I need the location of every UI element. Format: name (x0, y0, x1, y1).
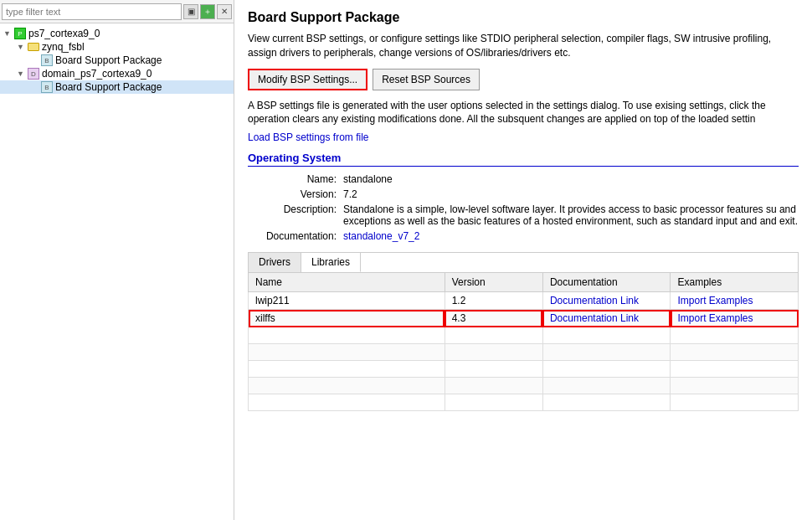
expand-all-icon[interactable]: ＋ (200, 4, 215, 19)
tree-label-ps7: ps7_cortexa9_0 (28, 28, 100, 39)
bsp2-icon: B (40, 81, 54, 93)
filter-input[interactable] (2, 3, 182, 20)
modify-bsp-button[interactable]: Modify BSP Settings... (248, 69, 367, 90)
xilffs-doc-link[interactable]: Documentation Link (550, 312, 639, 324)
lwip-version: 1.2 (445, 292, 542, 310)
col-header-name: Name (249, 273, 445, 292)
tree-item-domain[interactable]: ▼ D domain_ps7_cortexa9_0 (0, 67, 234, 80)
lwip-name: lwip211 (249, 292, 445, 310)
tab-libraries[interactable]: Libraries (301, 253, 361, 272)
table-row-empty2 (249, 344, 799, 361)
os-doc-label: Documentation: (248, 230, 340, 242)
os-desc-value: Standalone is a simple, low-level softwa… (343, 203, 799, 227)
os-desc-label: Description: (248, 203, 340, 227)
collapse-all-icon[interactable]: ▣ (183, 4, 198, 19)
info-text: A BSP settings file is generated with th… (248, 99, 799, 127)
lwip-examples-link[interactable]: Import Examples (677, 295, 753, 306)
xilffs-examples: Import Examples (671, 310, 799, 327)
tree-label-bsp2: Board Support Package (55, 81, 162, 93)
table-row-xilffs[interactable]: xilffs 4.3 Documentation Link Import Exa… (249, 310, 799, 327)
os-info-grid: Name: standalone Version: 7.2 Descriptio… (248, 173, 799, 242)
table-row-lwip[interactable]: lwip211 1.2 Documentation Link Import Ex… (249, 292, 799, 310)
filter-bar: ▣ ＋ ✕ (0, 0, 234, 23)
filter-icons: ▣ ＋ ✕ (183, 4, 232, 19)
load-bsp-link[interactable]: Load BSP settings from file (248, 131, 369, 143)
tabs-bar: Drivers Libraries (248, 252, 799, 272)
lwip-examples: Import Examples (671, 292, 799, 310)
tab-drivers[interactable]: Drivers (249, 253, 301, 272)
lwip-doc: Documentation Link (542, 292, 671, 310)
col-header-examples: Examples (671, 273, 799, 292)
col-header-version: Version (445, 273, 542, 292)
tree-label-zynq: zynq_fsbl (42, 41, 85, 53)
xilffs-version: 4.3 (445, 310, 542, 327)
table-row-empty4 (249, 378, 799, 394)
tree-label-domain: domain_ps7_cortexa9_0 (42, 68, 152, 80)
tree-toggle-zynq: ▼ (17, 43, 27, 51)
left-panel: ▣ ＋ ✕ ▼ P ps7_cortexa9_0 ▼ zynq_fsbl B (0, 0, 234, 520)
os-name-value: standalone (343, 173, 799, 185)
table-row-empty5 (249, 394, 799, 411)
libraries-table: Name Version Documentation Examples lwip… (248, 272, 799, 411)
button-row: Modify BSP Settings... Reset BSP Sources (248, 69, 799, 90)
tree-toggle-ps7: ▼ (3, 29, 13, 38)
project-icon: P (13, 28, 27, 39)
xilffs-doc: Documentation Link (542, 310, 671, 327)
close-filter-icon[interactable]: ✕ (217, 4, 232, 19)
lwip-doc-link[interactable]: Documentation Link (550, 295, 639, 306)
domain-icon: D (27, 68, 40, 80)
tree-item-bsp2[interactable]: B Board Support Package (0, 80, 234, 94)
tree-label-bsp1: Board Support Package (55, 54, 162, 66)
description-text: View current BSP settings, or configure … (248, 32, 799, 60)
reset-bsp-button[interactable]: Reset BSP Sources (373, 69, 480, 90)
os-version-label: Version: (248, 188, 340, 200)
table-row-empty1 (249, 327, 799, 344)
xilffs-examples-link[interactable]: Import Examples (677, 312, 753, 324)
tree-item-ps7[interactable]: ▼ P ps7_cortexa9_0 (0, 27, 234, 40)
tree-item-zynq[interactable]: ▼ zynq_fsbl (0, 40, 234, 54)
os-name-label: Name: (248, 173, 340, 185)
table-row-empty3 (249, 361, 799, 378)
tree-item-bsp1[interactable]: B Board Support Package (0, 54, 234, 67)
page-title: Board Support Package (248, 10, 799, 25)
col-header-doc: Documentation (542, 273, 671, 292)
os-version-value: 7.2 (343, 188, 799, 200)
os-doc-link[interactable]: standalone_v7_2 (343, 230, 799, 242)
tree-toggle-domain: ▼ (17, 70, 27, 78)
right-panel: Board Support Package View current BSP s… (234, 0, 812, 520)
folder-open-icon (27, 41, 40, 53)
os-section-title: Operating System (248, 152, 799, 167)
bsp1-icon: B (40, 54, 54, 66)
xilffs-name: xilffs (249, 310, 445, 327)
tree-area: ▼ P ps7_cortexa9_0 ▼ zynq_fsbl B Board S… (0, 23, 234, 520)
